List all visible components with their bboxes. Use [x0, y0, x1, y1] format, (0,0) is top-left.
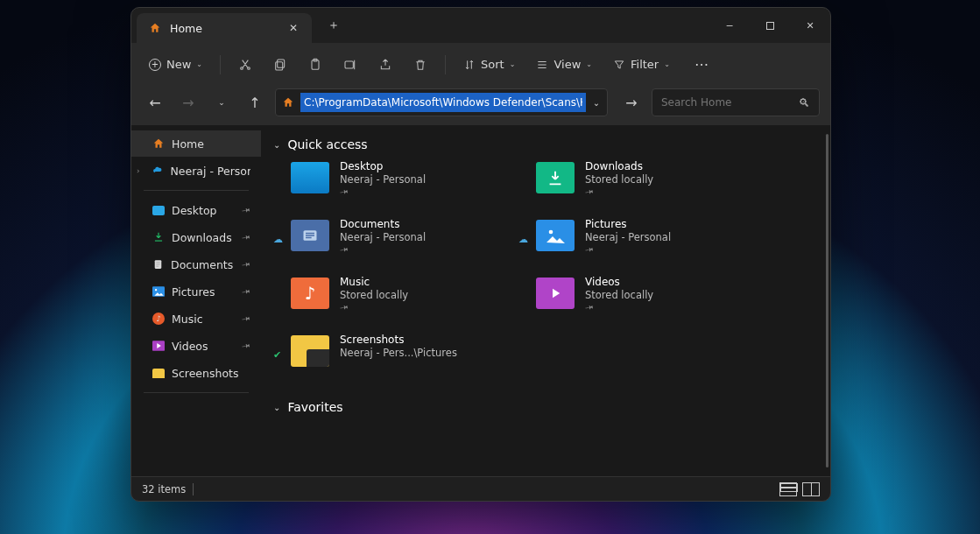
tile-videos[interactable]: VideosStored locally📌︎ [536, 276, 764, 323]
pin-icon: 📌︎ [338, 186, 351, 199]
sidebar-item-pictures[interactable]: Pictures 📌︎ [131, 278, 261, 305]
synced-icon: ✔ [273, 349, 281, 361]
videos-icon [536, 278, 575, 309]
pin-icon: 📌︎ [240, 340, 253, 353]
view-button[interactable]: View⌄ [527, 50, 601, 80]
chevron-right-icon: › [137, 166, 140, 175]
sort-button[interactable]: Sort⌄ [455, 50, 524, 80]
cut-button[interactable] [229, 50, 261, 80]
new-tab-button[interactable]: ＋ [321, 12, 347, 39]
sidebar-item-screenshots[interactable]: Screenshots [131, 360, 261, 386]
minimize-button[interactable]: ─ [709, 8, 750, 43]
svg-point-7 [155, 289, 157, 291]
close-tab-icon[interactable]: ✕ [287, 22, 300, 34]
screenshots-icon [291, 335, 329, 367]
pin-icon: 📌︎ [338, 301, 351, 314]
scrollbar[interactable] [826, 134, 828, 467]
home-icon [276, 96, 300, 109]
rename-button[interactable] [335, 50, 366, 80]
recent-button[interactable]: ⌄ [208, 89, 235, 116]
music-icon: ♪ [291, 278, 329, 309]
tile-screenshots[interactable]: ✔ ScreenshotsNeeraj - Pers...\Pictures [291, 334, 518, 381]
pictures-icon [536, 220, 575, 251]
filter-button[interactable]: Filter⌄ [604, 50, 679, 80]
downloads-icon [536, 162, 575, 193]
tile-desktop[interactable]: DesktopNeeraj - Personal📌︎ [291, 160, 518, 207]
section-favorites[interactable]: ⌄ Favorites [273, 400, 825, 414]
item-count: 32 items [142, 483, 186, 495]
paste-button[interactable] [300, 50, 331, 80]
tile-documents[interactable]: ☁ DocumentsNeeraj - Personal📌︎ [291, 218, 518, 265]
svg-rect-1 [276, 61, 283, 69]
go-button[interactable]: → [618, 89, 645, 116]
address-input[interactable] [300, 93, 586, 112]
close-window-button[interactable]: ✕ [790, 8, 830, 43]
cloud-sync-icon: ☁ [273, 234, 283, 245]
documents-icon [291, 220, 329, 251]
chevron-down-icon: ⌄ [273, 140, 280, 150]
maximize-button[interactable] [750, 8, 790, 43]
content-area: ⌄ Quick access DesktopNeeraj - Personal📌… [261, 125, 830, 476]
svg-rect-0 [278, 60, 285, 67]
desktop-icon [291, 162, 329, 193]
svg-rect-4 [345, 61, 353, 68]
search-icon: 🔍︎ [799, 96, 810, 109]
titlebar: Home ✕ ＋ ─ ✕ [131, 8, 830, 43]
chevron-down-icon: ⌄ [273, 403, 280, 412]
address-bar[interactable]: ⌄ [275, 88, 608, 116]
pin-icon: 📌︎ [583, 243, 596, 256]
icons-view-button[interactable] [802, 482, 820, 496]
new-button[interactable]: + New⌄ [140, 50, 211, 80]
svg-point-10 [549, 230, 553, 235]
up-button[interactable]: ↑ [242, 89, 268, 116]
sidebar-item-downloads[interactable]: Downloads 📌︎ [131, 224, 261, 250]
tile-music[interactable]: ♪ MusicStored locally📌︎ [291, 276, 518, 323]
address-history-button[interactable]: ⌄ [586, 98, 607, 108]
sidebar-item-desktop[interactable]: Desktop 📌︎ [131, 197, 261, 223]
pin-icon: 📌︎ [240, 285, 253, 299]
pin-icon: 📌︎ [583, 186, 596, 199]
statusbar: 32 items [131, 476, 830, 501]
sidebar-item-music[interactable]: ♪ Music 📌︎ [131, 306, 261, 332]
sidebar-item-videos[interactable]: Videos 📌︎ [131, 333, 261, 359]
tab-label: Home [170, 22, 278, 35]
pin-icon: 📌︎ [240, 258, 253, 271]
more-button[interactable]: ⋯ [686, 50, 717, 80]
search-box[interactable]: 🔍︎ [652, 88, 820, 116]
pin-icon: 📌︎ [240, 204, 253, 217]
sidebar-item-onedrive[interactable]: › Neeraj - Persona [131, 158, 261, 184]
back-button[interactable]: ← [142, 89, 168, 116]
share-button[interactable] [370, 50, 401, 80]
copy-button[interactable] [264, 50, 296, 80]
file-explorer-window: Home ✕ ＋ ─ ✕ + New⌄ Sort⌄ View⌄ [130, 7, 831, 502]
delete-button[interactable] [405, 50, 436, 80]
cloud-sync-icon: ☁ [518, 234, 528, 245]
forward-button[interactable]: → [175, 89, 201, 116]
search-input[interactable] [661, 96, 799, 109]
tile-downloads[interactable]: DownloadsStored locally📌︎ [536, 160, 764, 207]
pin-icon: 📌︎ [583, 301, 596, 314]
home-icon [149, 22, 161, 34]
tab-home[interactable]: Home ✕ [137, 13, 312, 43]
sidebar-item-documents[interactable]: Documents 📌︎ [131, 251, 261, 278]
sidebar: Home › Neeraj - Persona Desktop 📌︎ Downl… [131, 125, 261, 476]
pin-icon: 📌︎ [240, 313, 253, 326]
sidebar-item-home[interactable]: Home [131, 130, 261, 157]
pin-icon: 📌︎ [338, 243, 351, 256]
toolbar: + New⌄ Sort⌄ View⌄ Filter⌄ ⋯ [131, 43, 830, 85]
pin-icon: 📌︎ [240, 231, 253, 244]
section-quick-access[interactable]: ⌄ Quick access [273, 137, 825, 151]
navbar: ← → ⌄ ↑ ⌄ → 🔍︎ [131, 85, 830, 125]
tile-pictures[interactable]: ☁ PicturesNeeraj - Personal📌︎ [536, 218, 764, 265]
details-view-button[interactable] [779, 482, 797, 496]
